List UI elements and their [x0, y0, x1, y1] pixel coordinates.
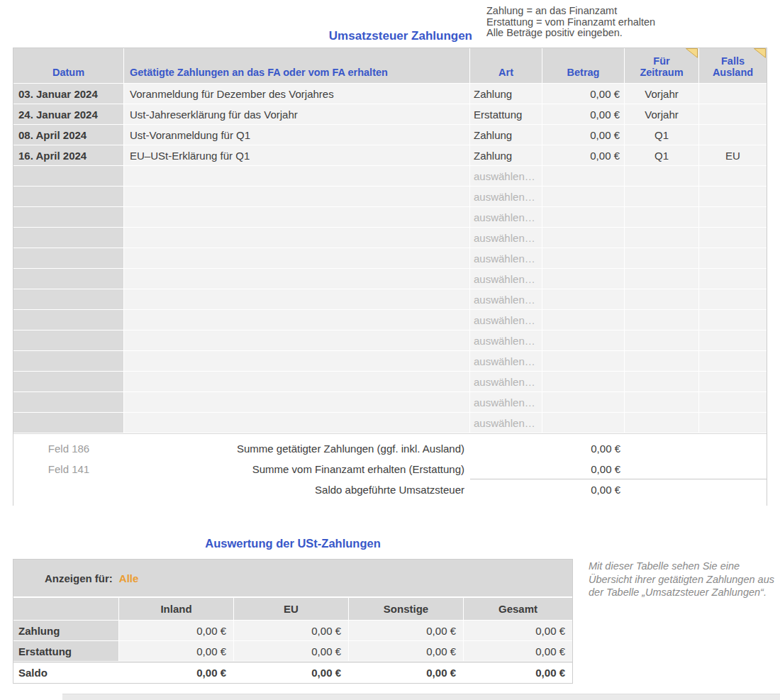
art-select-cell[interactable]: auswählen…: [470, 207, 542, 228]
cell-ausland[interactable]: [699, 125, 767, 145]
cell-ausland[interactable]: [699, 269, 767, 289]
cell-ausland[interactable]: [699, 330, 767, 351]
cell-datum[interactable]: 24. Januar 2024: [13, 104, 124, 125]
cell-zeitraum[interactable]: [625, 289, 699, 310]
cell-datum[interactable]: [13, 289, 124, 310]
cell-beschreibung[interactable]: [124, 269, 470, 289]
cell-zeitraum[interactable]: [625, 269, 699, 289]
cell-betrag[interactable]: 0,00 €: [542, 145, 625, 166]
cell-beschreibung[interactable]: [124, 207, 470, 228]
cell-zeitraum[interactable]: [625, 372, 699, 392]
art-select-cell[interactable]: auswählen…: [470, 289, 542, 310]
cell-betrag[interactable]: 0,00 €: [542, 84, 625, 104]
cell-betrag[interactable]: [542, 310, 625, 330]
cell-zeitraum[interactable]: [625, 413, 699, 433]
art-select-cell[interactable]: auswählen…: [470, 330, 542, 351]
cell-datum[interactable]: [13, 310, 124, 330]
cell-zeitraum[interactable]: Q1: [625, 125, 699, 145]
cell-beschreibung[interactable]: Ust-Jahreserklärung für das Vorjahr: [124, 104, 470, 125]
cell-datum[interactable]: 08. April 2024: [13, 125, 124, 145]
cell-datum[interactable]: [13, 372, 124, 392]
art-select-cell[interactable]: auswählen…: [470, 351, 542, 372]
cell-beschreibung[interactable]: [124, 413, 470, 433]
cell-datum[interactable]: [13, 269, 124, 289]
cell-ausland[interactable]: [699, 310, 767, 330]
cell-ausland[interactable]: [699, 392, 767, 413]
cell-ausland[interactable]: [699, 187, 767, 207]
cell-datum[interactable]: 03. Januar 2024: [13, 84, 124, 104]
cell-datum[interactable]: [13, 351, 124, 372]
cell-betrag[interactable]: [542, 207, 625, 228]
cell-zeitraum[interactable]: [625, 228, 699, 248]
art-select-cell[interactable]: auswählen…: [470, 413, 542, 433]
cell-datum[interactable]: [13, 187, 124, 207]
cell-ausland[interactable]: [699, 351, 767, 372]
cell-ausland[interactable]: EU: [699, 145, 767, 166]
cell-beschreibung[interactable]: [124, 392, 470, 413]
cell-ausland[interactable]: [699, 166, 767, 187]
cell-art[interactable]: Zahlung: [470, 125, 542, 145]
cell-betrag[interactable]: [542, 228, 625, 248]
cell-ausland[interactable]: [699, 207, 767, 228]
cell-betrag[interactable]: [542, 166, 625, 187]
cell-betrag[interactable]: [542, 187, 625, 207]
filter-value-popup[interactable]: Alle: [119, 572, 139, 584]
cell-datum[interactable]: [13, 228, 124, 248]
art-select-cell[interactable]: auswählen…: [470, 248, 542, 269]
cell-zeitraum[interactable]: [625, 351, 699, 372]
cell-zeitraum[interactable]: [625, 392, 699, 413]
cell-beschreibung[interactable]: [124, 228, 470, 248]
cell-art[interactable]: Erstattung: [470, 104, 542, 125]
cell-beschreibung[interactable]: [124, 248, 470, 269]
cell-zeitraum[interactable]: [625, 330, 699, 351]
cell-betrag[interactable]: 0,00 €: [542, 125, 625, 145]
cell-betrag[interactable]: [542, 248, 625, 269]
cell-betrag[interactable]: 0,00 €: [542, 104, 625, 125]
cell-beschreibung[interactable]: [124, 166, 470, 187]
cell-betrag[interactable]: [542, 289, 625, 310]
cell-betrag[interactable]: [542, 372, 625, 392]
cell-beschreibung[interactable]: [124, 372, 470, 392]
cell-betrag[interactable]: [542, 392, 625, 413]
cell-zeitraum[interactable]: [625, 166, 699, 187]
cell-ausland[interactable]: [699, 372, 767, 392]
cell-ausland[interactable]: [699, 413, 767, 433]
comment-marker-icon[interactable]: [754, 48, 766, 58]
cell-datum[interactable]: [13, 392, 124, 413]
cell-beschreibung[interactable]: Voranmeldung für Dezember des Vorjahres: [124, 84, 470, 104]
cell-beschreibung[interactable]: [124, 289, 470, 310]
cell-ausland[interactable]: [699, 84, 767, 104]
cell-datum[interactable]: [13, 248, 124, 269]
cell-datum[interactable]: [13, 413, 124, 433]
cell-datum[interactable]: [13, 166, 124, 187]
cell-datum[interactable]: [13, 207, 124, 228]
cell-ausland[interactable]: [699, 289, 767, 310]
cell-beschreibung[interactable]: [124, 330, 470, 351]
cell-zeitraum[interactable]: [625, 248, 699, 269]
cell-ausland[interactable]: [699, 248, 767, 269]
cell-betrag[interactable]: [542, 330, 625, 351]
cell-art[interactable]: Zahlung: [470, 84, 542, 104]
cell-zeitraum[interactable]: [625, 187, 699, 207]
cell-zeitraum[interactable]: Vorjahr: [625, 104, 699, 125]
art-select-cell[interactable]: auswählen…: [470, 166, 542, 187]
art-select-cell[interactable]: auswählen…: [470, 269, 542, 289]
cell-betrag[interactable]: [542, 269, 625, 289]
art-select-cell[interactable]: auswählen…: [470, 228, 542, 248]
cell-betrag[interactable]: [542, 351, 625, 372]
art-select-cell[interactable]: auswählen…: [470, 392, 542, 413]
cell-art[interactable]: Zahlung: [470, 145, 542, 166]
cell-beschreibung[interactable]: Ust-Voranmeldung für Q1: [124, 125, 470, 145]
cell-ausland[interactable]: [699, 228, 767, 248]
cell-datum[interactable]: 16. April 2024: [13, 145, 124, 166]
cell-zeitraum[interactable]: [625, 207, 699, 228]
cell-zeitraum[interactable]: Vorjahr: [625, 84, 699, 104]
comment-marker-icon[interactable]: [686, 48, 698, 58]
art-select-cell[interactable]: auswählen…: [470, 187, 542, 207]
cell-beschreibung[interactable]: EU–USt-Erklärung für Q1: [124, 145, 470, 166]
cell-beschreibung[interactable]: [124, 187, 470, 207]
cell-betrag[interactable]: [542, 413, 625, 433]
cell-datum[interactable]: [13, 330, 124, 351]
cell-beschreibung[interactable]: [124, 351, 470, 372]
cell-beschreibung[interactable]: [124, 310, 470, 330]
